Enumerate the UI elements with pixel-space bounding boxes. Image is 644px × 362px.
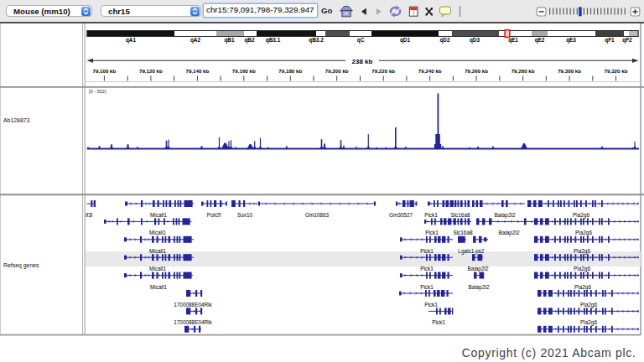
svg-text:Lgals1-ps2: Lgals1-ps2 xyxy=(458,248,485,255)
svg-text:79,260 kb: 79,260 kb xyxy=(465,68,488,74)
svg-text:1700088E04Rik: 1700088E04Rik xyxy=(174,319,212,325)
svg-text:qE1: qE1 xyxy=(508,37,518,44)
svg-text:qD1: qD1 xyxy=(400,37,411,44)
svg-text:Copyright (c) 2021 Abcam plc.: Copyright (c) 2021 Abcam plc. xyxy=(462,346,636,359)
svg-text:79,140 kb: 79,140 kb xyxy=(185,68,209,74)
svg-text:79,220 kb: 79,220 kb xyxy=(371,68,395,74)
svg-text:Pla2g6: Pla2g6 xyxy=(574,266,590,272)
svg-text:qB2: qB2 xyxy=(244,37,255,44)
svg-text:Gm10863: Gm10863 xyxy=(305,212,330,218)
svg-text:Pla2g6: Pla2g6 xyxy=(575,230,592,236)
svg-text:Pla2g6: Pla2g6 xyxy=(574,248,590,255)
svg-text:79,200 kb: 79,200 kb xyxy=(325,68,349,74)
svg-text:79,320 kb: 79,320 kb xyxy=(605,68,628,74)
svg-text:Pick1: Pick1 xyxy=(420,248,434,254)
svg-text:79,180 kb: 79,180 kb xyxy=(278,68,302,74)
svg-text:Pick1: Pick1 xyxy=(432,319,445,325)
svg-text:qE2: qE2 xyxy=(535,37,545,44)
svg-text:Baiap2l2: Baiap2l2 xyxy=(468,266,489,272)
svg-text:qD3: qD3 xyxy=(470,37,480,44)
svg-text:Pla2g6: Pla2g6 xyxy=(574,284,591,291)
svg-text:qF1: qF1 xyxy=(605,37,615,44)
svg-text:79,240 kb: 79,240 kb xyxy=(418,68,442,74)
svg-text:Slc16a8: Slc16a8 xyxy=(453,230,473,235)
svg-text:qB1: qB1 xyxy=(224,37,235,44)
svg-text:79,100 kb: 79,100 kb xyxy=(92,68,116,74)
svg-text:Pick1: Pick1 xyxy=(424,302,438,308)
svg-text:Pick1: Pick1 xyxy=(425,230,439,235)
svg-text:Baiap2l2: Baiap2l2 xyxy=(499,230,520,236)
svg-text:Pick1: Pick1 xyxy=(420,284,434,290)
svg-text:Baiap2l2: Baiap2l2 xyxy=(469,284,490,291)
svg-text:Micall1: Micall1 xyxy=(149,266,166,272)
svg-text:Baiap2l2: Baiap2l2 xyxy=(495,212,516,219)
svg-text:Gm30527: Gm30527 xyxy=(389,212,413,218)
svg-text:Ab128873: Ab128873 xyxy=(3,117,30,123)
svg-text:qF2: qF2 xyxy=(622,37,632,44)
svg-text:qE3: qE3 xyxy=(566,37,576,44)
svg-text:qA2: qA2 xyxy=(190,37,201,44)
svg-text:Micall1: Micall1 xyxy=(149,230,166,235)
svg-text:[0 - 502]: [0 - 502] xyxy=(89,89,106,94)
svg-text:qA1: qA1 xyxy=(126,37,137,44)
svg-text:qC: qC xyxy=(357,37,365,44)
svg-text:79,160 kb: 79,160 kb xyxy=(232,68,256,74)
svg-text:if3l: if3l xyxy=(86,212,92,218)
svg-text:Polr2f: Polr2f xyxy=(207,212,221,218)
svg-text:Micall1: Micall1 xyxy=(150,212,167,218)
svg-text:Micall1: Micall1 xyxy=(149,248,166,254)
svg-text:Micall1: Micall1 xyxy=(150,284,167,290)
svg-text:Sox10: Sox10 xyxy=(237,212,253,218)
svg-text:79,300 kb: 79,300 kb xyxy=(558,68,581,74)
svg-text:Pla2g6: Pla2g6 xyxy=(573,212,589,219)
svg-text:238 kb: 238 kb xyxy=(352,58,373,65)
svg-text:1700088E04Rik: 1700088E04Rik xyxy=(174,302,212,308)
svg-text:79,280 kb: 79,280 kb xyxy=(512,68,535,74)
svg-text:Pla2g6: Pla2g6 xyxy=(580,302,597,308)
svg-text:Pick1: Pick1 xyxy=(420,266,434,272)
svg-text:qB3.1: qB3.1 xyxy=(266,37,281,44)
svg-text:qD2: qD2 xyxy=(439,37,450,44)
svg-text:79,120 kb: 79,120 kb xyxy=(139,68,163,74)
svg-text:Pick1: Pick1 xyxy=(424,212,438,218)
svg-text:Pla2g6: Pla2g6 xyxy=(580,319,597,326)
svg-text:qB3.2: qB3.2 xyxy=(309,37,324,44)
svg-text:Refseq genes: Refseq genes xyxy=(3,262,39,269)
svg-text:Slc16a8: Slc16a8 xyxy=(450,212,470,218)
